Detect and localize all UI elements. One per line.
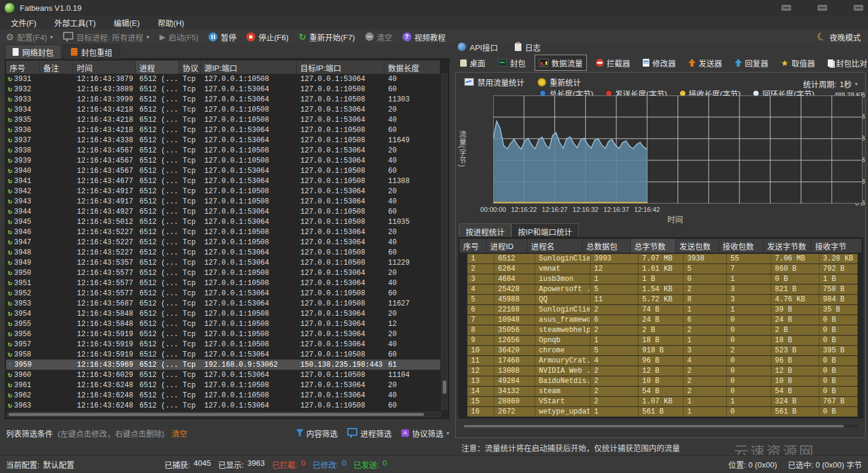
scrollbar-thumb[interactable] — [464, 425, 844, 427]
stats-row[interactable]: 162672wetype_update1561 B10561 B0 B — [467, 407, 858, 417]
packet-row[interactable]: ↻393312:16:43:39996512 (...Tcp127.0.0.1:… — [6, 94, 440, 104]
process-filter-button[interactable]: 进程筛选 — [347, 427, 392, 439]
col-total-bytes[interactable]: 总字节数 — [631, 239, 676, 253]
log-link[interactable]: 日志 — [515, 41, 541, 53]
stats-row[interactable]: 1434132steam254 B2054 B0 B — [467, 387, 858, 396]
night-mode-toggle[interactable]: ☾ 夜晚模式 — [817, 31, 861, 43]
packet-row[interactable]: ↻395212:16:43:55776512 (...Tcp127.0.0.1:… — [6, 288, 440, 298]
col-process[interactable]: 进程 — [136, 61, 179, 74]
packet-row[interactable]: ↻395512:16:43:58486512 (...Tcp127.0.0.1:… — [6, 319, 440, 329]
col-process-id[interactable]: 进程ID — [487, 239, 527, 253]
packet-row[interactable]: ↻393712:16:43:43386512 (...Tcp127.0.0.1:… — [6, 135, 440, 145]
col-recv-packets[interactable]: 接收包数 — [719, 239, 763, 253]
stats-row[interactable]: 1117468ArmouryCrat...496 B4096 B0 B — [467, 356, 858, 366]
stats-row[interactable]: 912656Opnqb118 B1018 B0 B — [467, 336, 858, 345]
col-no[interactable]: 序号 — [6, 61, 40, 74]
packet-row[interactable]: ↻394912:16:43:53576512 (...Tcp127.0.0.1:… — [6, 258, 440, 268]
packet-row[interactable]: ↻393112:16:43:38796512 (...Tcp127.0.0.1:… — [6, 74, 440, 84]
packet-row[interactable]: ↻395012:16:43:55776512 (...Tcp127.0.0.1:… — [6, 268, 440, 278]
horizontal-scrollbar[interactable] — [7, 412, 441, 417]
packet-row[interactable]: ↻394112:16:43:46776512 (...Tcp127.0.0.1:… — [6, 176, 440, 186]
packet-row[interactable]: ↻395412:16:43:58486512 (...Tcp127.0.0.1:… — [6, 309, 440, 319]
scrollbar-thumb[interactable] — [443, 381, 446, 394]
col-dst-ip-port[interactable]: 目标IP:端口 — [297, 61, 384, 74]
tab-data-traffic[interactable]: 数据流量 — [535, 55, 587, 71]
video-tutorial-button[interactable]: ? 视频教程 — [402, 31, 446, 43]
protocol-filter-button[interactable]: 协议筛选 ▾ — [401, 427, 449, 439]
stats-row[interactable]: 622168SunloginClient274 B1139 B35 B — [467, 305, 858, 315]
packet-row[interactable]: ↻396012:16:43:60296512 (...Tcp127.0.0.1:… — [6, 370, 440, 380]
packet-row[interactable]: ↻393912:16:43:45676512 (...Tcp127.0.0.1:… — [6, 155, 440, 166]
restart-button[interactable]: ↻ 重新开始(F7) — [299, 31, 354, 43]
stop-button[interactable]: 停止(F6) — [246, 31, 288, 43]
packet-row[interactable]: ↻393212:16:43:38896512 (...Tcp127.0.0.1:… — [6, 84, 440, 94]
packet-row[interactable]: ↻393612:16:43:42186512 (...Tcp127.0.0.1:… — [6, 125, 440, 135]
tab-modifier[interactable]: 修改器 — [639, 55, 679, 70]
col-sent-bytes[interactable]: 发送字节数 — [763, 239, 812, 253]
stats-row[interactable]: 1349284BaiduNetdis...210 B2010 B0 B — [467, 376, 858, 386]
stats-row[interactable]: 710948asus_framework624 B6024 B0 B — [467, 315, 858, 325]
stats-row[interactable]: 545988QQ115.72 KB834.76 KB984 B — [467, 295, 858, 304]
recount-button[interactable]: 重新统计 — [538, 76, 581, 88]
tab-packet-compare[interactable]: 封包比对 — [824, 55, 868, 70]
stats-row[interactable]: 1213088NVIDIA Web ...212 B2012 B0 B — [467, 366, 858, 376]
packet-row[interactable]: ↻394312:16:43:49176512 (...Tcp127.0.0.1:… — [6, 196, 440, 206]
packet-row[interactable]: ↻396112:16:43:62486512 (...Tcp127.0.0.1:… — [6, 380, 440, 390]
packet-row[interactable]: ↻395812:16:43:59196512 (...Tcp127.0.0.1:… — [6, 349, 440, 360]
packet-row[interactable]: ↻395112:16:43:55776512 (...Tcp127.0.0.1:… — [6, 278, 440, 288]
target-process-selector[interactable]: 目标进程: 所有进程 ▾ — [63, 31, 149, 43]
packet-row[interactable]: ↻394512:16:43:50126512 (...Tcp127.0.0.1:… — [6, 217, 440, 227]
col-process-name[interactable]: 进程名 — [527, 239, 583, 253]
content-filter-button[interactable]: 内容筛选 — [296, 427, 338, 439]
col-src-ip-port[interactable]: 源IP:端口 — [201, 61, 297, 74]
col-data-length[interactable]: 数据长度 — [384, 61, 440, 74]
packet-row[interactable]: ↻395312:16:43:56876512 (...Tcp127.0.0.1:… — [6, 298, 440, 309]
packet-row[interactable]: ↻394012:16:43:45676512 (...Tcp127.0.0.1:… — [6, 166, 440, 176]
start-button[interactable]: ▶ 启动(F5) — [160, 31, 199, 43]
packet-row[interactable]: ↻394412:16:43:49276512 (...Tcp127.0.0.1:… — [6, 206, 440, 217]
stats-row[interactable]: 26264vmnat121.61 KB57860 B792 B — [467, 264, 858, 274]
stats-row[interactable]: 16512SunloginClient39937.07 MB3938557.06… — [467, 254, 858, 264]
stats-row[interactable]: 835056steamwebhelper22 B202 B0 B — [467, 325, 858, 335]
stats-horizontal-scrollbar[interactable] — [462, 424, 859, 429]
menu-edit[interactable]: 编辑(E) — [114, 17, 139, 28]
col-no[interactable]: 序号 — [460, 239, 487, 253]
col-protocol[interactable]: 协议 — [179, 61, 201, 74]
tab-interceptor[interactable]: 拦截器 — [592, 55, 634, 70]
col-recv-bytes[interactable]: 接收字节 — [812, 239, 862, 253]
disable-traffic-stats-button[interactable]: 禁用流量统计 — [464, 76, 524, 88]
vertical-scrollbar[interactable] — [442, 74, 448, 410]
minimize-button[interactable] — [782, 5, 791, 11]
col-time[interactable]: 时间 — [73, 61, 136, 74]
api-link[interactable]: API接口 — [458, 41, 498, 53]
menu-help[interactable]: 帮助(H) — [158, 17, 184, 28]
col-note[interactable]: 备注 — [40, 61, 73, 74]
packet-row[interactable]: ↻394612:16:43:52276512 (...Tcp127.0.0.1:… — [6, 227, 440, 237]
tab-network-packets[interactable]: 网络封包 — [5, 44, 61, 59]
menu-file[interactable]: 文件(F) — [11, 17, 37, 28]
scrollbar-thumb[interactable] — [8, 413, 424, 416]
tab-packet-reassembly[interactable]: 封包重组 — [63, 44, 120, 59]
clear-button[interactable]: 清空 — [365, 31, 392, 43]
filter-clear-button[interactable]: 清空 — [172, 427, 187, 439]
col-total-packets[interactable]: 总数据包 — [583, 239, 631, 253]
packet-row[interactable]: ↻394712:16:43:52276512 (...Tcp127.0.0.1:… — [6, 237, 440, 247]
packet-row[interactable]: ↻396312:16:43:62486512 (...Tcp127.0.0.1:… — [6, 400, 440, 410]
tab-sender[interactable]: 发送器 — [685, 55, 726, 70]
config-button[interactable]: ⚙ 配置(F4) ▾ — [6, 31, 53, 43]
tab-replier[interactable]: 回复器 — [731, 55, 772, 70]
packet-row[interactable]: ↻393812:16:43:45676512 (...Tcp127.0.0.1:… — [6, 145, 440, 155]
col-sent-packets[interactable]: 发送包数 — [676, 239, 719, 253]
packet-row[interactable]: ↻393412:16:43:42186512 (...Tcp127.0.0.1:… — [6, 104, 440, 115]
packet-row[interactable]: ↻394812:16:43:52276512 (...Tcp127.0.0.1:… — [6, 247, 440, 258]
stats-row[interactable]: 425428Apowersoft ...51.54 KB23821 B758 B — [467, 285, 858, 294]
stats-row[interactable]: 1528860VStart21.07 KB11324 B767 B — [467, 397, 858, 406]
packet-row[interactable]: ↑395912:16:43:59696512 (...Tcp192.168.0.… — [6, 360, 440, 370]
tab-value-extractor[interactable]: ★取值器 — [777, 55, 819, 70]
packet-row[interactable]: ↻395612:16:43:59196512 (...Tcp127.0.0.1:… — [6, 329, 440, 339]
packet-row[interactable]: ↻396212:16:43:62486512 (...Tcp127.0.0.1:… — [6, 390, 440, 400]
tab-desktop[interactable]: 桌面 — [457, 55, 489, 70]
close-button[interactable] — [854, 5, 863, 11]
packet-row[interactable]: ↻393512:16:43:42186512 (...Tcp127.0.0.1:… — [6, 115, 440, 125]
packet-row[interactable]: ↻394212:16:43:49176512 (...Tcp127.0.0.1:… — [6, 186, 440, 196]
